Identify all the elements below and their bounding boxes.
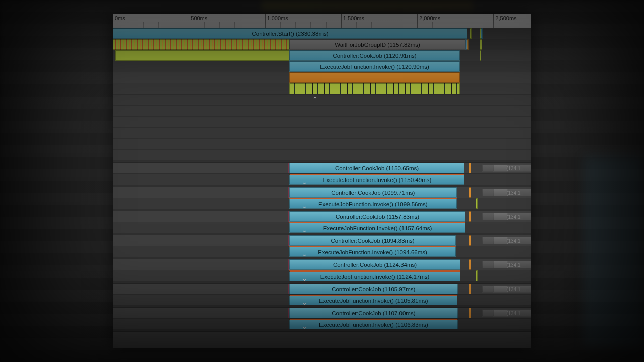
track-row[interactable] (113, 83, 531, 95)
worker-thread-group[interactable]: Controller:CookJob (1094.83ms)(134.1Exec… (113, 235, 531, 259)
timing-bar[interactable]: Controller:CookJob (1157.83ms) (289, 211, 465, 222)
ruler-tick-major: 1,000ms (265, 14, 288, 28)
track-row[interactable] (113, 117, 531, 128)
track-row[interactable]: ExecuteJobFunction.Invoke() (1124.17ms)⌄ (113, 270, 531, 282)
timing-bar[interactable]: Controller:CookJob (1099.71ms) (289, 187, 457, 198)
timing-bar-tail[interactable]: (134.1 (493, 189, 531, 196)
marker-bar[interactable] (481, 39, 482, 50)
timing-bar[interactable]: Controller:CookJob (1105.97ms) (289, 284, 458, 294)
timing-bar[interactable]: WaitForJobGroupID (1157.82ms) (289, 39, 465, 50)
marker-bar[interactable] (470, 28, 472, 39)
track-row[interactable] (113, 128, 531, 139)
timeline-tracks[interactable]: Controller.Start() (2330.38ms)WaitForJob… (113, 28, 531, 332)
ruler-tick-major: 2,500ms (493, 14, 516, 28)
timing-bar[interactable]: ExecuteJobFunction.Invoke() (1099.56ms) (289, 198, 457, 209)
background-accent (262, 0, 473, 11)
track-row[interactable]: WaitForJobGroupID (1157.82ms) (113, 39, 531, 50)
ruler-tick-major: 1,500ms (341, 14, 364, 28)
timing-bar-tail[interactable]: (134.1 (493, 164, 531, 172)
ruler-tick-minor (204, 22, 205, 28)
timing-bar-tail[interactable]: (134.1 (493, 285, 531, 293)
track-row[interactable]: ExecuteJobFunction.Invoke() (1157.64ms)⌄ (113, 222, 531, 233)
marker-bar[interactable] (469, 187, 471, 198)
ruler-tick-minor (128, 22, 128, 28)
timing-bar[interactable] (289, 72, 460, 83)
ruler-tick-major: 2,000ms (417, 14, 440, 28)
marker-bar[interactable] (469, 308, 471, 318)
timing-bar[interactable]: ExecuteJobFunction.Invoke() (1106.83ms) (289, 319, 458, 329)
ruler-tick-minor (387, 22, 387, 28)
marker-bar[interactable] (467, 39, 469, 50)
track-row[interactable]: Controller:CookJob (1099.71ms)(134.1 (113, 187, 531, 198)
marker-bar[interactable] (476, 270, 478, 281)
timing-bar-tail[interactable]: (134.1 (493, 237, 531, 244)
track-row[interactable] (113, 106, 531, 117)
track-row[interactable]: Controller:CookJob (1124.34ms)(134.1 (113, 259, 531, 270)
ruler-tick-major: 500ms (189, 14, 207, 28)
worker-thread-group[interactable]: Controller:CookJob (1107.00ms)(134.1Exec… (113, 308, 531, 332)
track-row[interactable] (113, 139, 531, 150)
track-row[interactable] (113, 72, 531, 83)
track-row[interactable]: ExecuteJobFunction.Invoke() (1094.66ms)⌄ (113, 246, 531, 257)
marker-bar[interactable] (481, 28, 483, 39)
track-row[interactable]: ExecuteJobFunction.Invoke() (1099.56ms)⌄ (113, 198, 531, 209)
track-row[interactable]: ExecuteJobFunction.Invoke() (1105.81ms)⌄ (113, 295, 531, 306)
track-row[interactable]: Controller.Start() (2330.38ms) (113, 28, 531, 39)
track-row[interactable]: Controller:CookJob (1107.00ms)(134.1 (113, 308, 531, 319)
ruler-tick-minor (402, 22, 403, 28)
ruler-tick-minor (234, 22, 235, 28)
timing-bar[interactable]: Controller:CookJob (1124.34ms) (289, 259, 460, 270)
profiler-timeline-panel[interactable]: 0ms500ms1,000ms1,500ms2,000ms2,500ms Con… (113, 14, 531, 348)
ruler-tick-minor (509, 22, 509, 28)
chevron-up-icon[interactable]: ⌃ (312, 96, 318, 103)
worker-thread-group[interactable]: Controller:CookJob (1157.83ms)(134.1Exec… (113, 211, 531, 235)
track-row[interactable]: ExecuteJobFunction.Invoke() (1150.49ms)⌄ (113, 174, 531, 185)
timing-bar[interactable]: Controller:CookJob (1107.00ms) (289, 308, 458, 318)
ruler-tick-major: 0ms (113, 14, 125, 28)
ruler-tick-minor (280, 22, 281, 28)
marker-bar[interactable] (480, 50, 481, 61)
worker-thread-group[interactable]: Controller:CookJob (1124.34ms)(134.1Exec… (113, 259, 531, 284)
timing-bar[interactable]: Controller:CookJob (1150.65ms) (289, 163, 464, 173)
ruler-tick-minor (310, 22, 311, 28)
timing-bar[interactable]: ExecuteJobFunction.Invoke() (1150.49ms) (289, 174, 464, 185)
timing-bar[interactable]: Controller:CookJob (1120.91ms) (289, 50, 460, 61)
track-row[interactable]: Controller:CookJob (1105.97ms)(134.1 (113, 284, 531, 295)
ruler-tick-minor (478, 22, 478, 28)
timing-bar[interactable] (113, 39, 289, 50)
ruler-tick-minor (219, 22, 220, 28)
track-row[interactable]: ExecuteJobFunction.Invoke() (1120.90ms) (113, 61, 531, 72)
time-ruler[interactable]: 0ms500ms1,000ms1,500ms2,000ms2,500ms (113, 14, 531, 28)
track-row[interactable]: Controller:CookJob (1094.83ms)(134.1 (113, 235, 531, 246)
timing-bar[interactable] (289, 83, 460, 94)
timing-bar[interactable]: ExecuteJobFunction.Invoke() (1120.90ms) (289, 61, 460, 72)
worker-thread-group[interactable]: Controller:CookJob (1105.97ms)(134.1Exec… (113, 284, 531, 308)
timing-bar[interactable]: ExecuteJobFunction.Invoke() (1105.81ms) (289, 295, 458, 305)
marker-bar[interactable] (469, 259, 471, 270)
track-row[interactable]: ExecuteJobFunction.Invoke() (1106.83ms)⌄ (113, 319, 531, 330)
worker-thread-group[interactable]: Controller:CookJob (1150.65ms)(134.1Exec… (113, 163, 531, 187)
timing-bar[interactable]: Controller:CookJob (1094.83ms) (289, 235, 456, 246)
track-row[interactable]: ⌃ (113, 95, 531, 106)
timing-bar-tail[interactable]: (134.1 (493, 309, 531, 317)
track-row[interactable]: Controller:CookJob (1157.83ms)(134.1 (113, 211, 531, 222)
timing-bar[interactable]: ExecuteJobFunction.Invoke() (1124.17ms) (289, 270, 460, 281)
timing-bar[interactable]: Controller.Start() (2330.38ms) (113, 28, 467, 39)
timing-bar-tail[interactable]: (134.1 (493, 213, 531, 220)
ruler-tick-minor (448, 22, 448, 28)
timing-bar[interactable] (115, 50, 289, 61)
marker-bar[interactable] (469, 235, 471, 246)
timing-bar[interactable]: ExecuteJobFunction.Invoke() (1157.64ms) (289, 222, 465, 233)
marker-bar[interactable] (469, 163, 471, 173)
marker-bar[interactable] (476, 198, 478, 209)
timing-bar[interactable]: ExecuteJobFunction.Invoke() (1094.66ms) (289, 246, 456, 257)
track-row[interactable]: Controller:CookJob (1120.91ms) (113, 50, 531, 61)
track-row[interactable]: Controller:CookJob (1150.65ms)(134.1 (113, 163, 531, 174)
marker-bar[interactable] (469, 284, 471, 294)
timing-bar-tail[interactable]: (134.1 (493, 261, 531, 268)
ruler-tick-minor (326, 22, 327, 28)
marker-bar[interactable] (469, 211, 471, 222)
track-row[interactable] (113, 150, 531, 161)
ruler-tick-minor (356, 22, 357, 28)
worker-thread-group[interactable]: Controller:CookJob (1099.71ms)(134.1Exec… (113, 187, 531, 211)
